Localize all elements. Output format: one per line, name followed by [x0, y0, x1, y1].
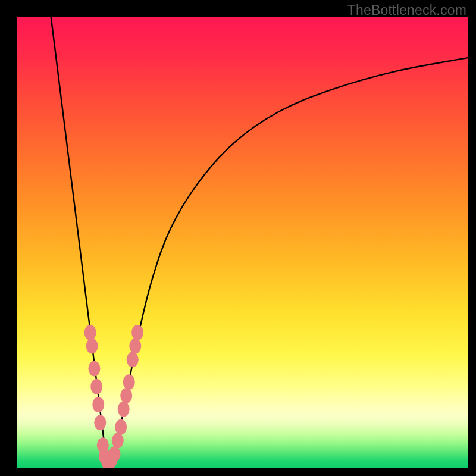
data-marker	[120, 388, 132, 403]
plot-area	[17, 17, 468, 468]
data-marker	[129, 339, 141, 354]
bottleneck-curve	[17, 17, 468, 468]
watermark-text: TheBottleneck.com	[347, 2, 466, 18]
data-marker	[131, 325, 143, 340]
data-marker	[92, 397, 104, 412]
data-marker	[118, 402, 130, 417]
data-marker	[88, 361, 100, 376]
chart-frame: TheBottleneck.com	[0, 0, 476, 476]
data-marker	[90, 379, 102, 394]
data-marker	[123, 374, 135, 390]
data-marker	[127, 352, 139, 367]
data-marker	[94, 415, 106, 430]
data-marker	[86, 339, 98, 354]
data-marker	[112, 433, 124, 449]
data-marker	[109, 446, 121, 462]
data-marker	[84, 325, 96, 340]
data-marker	[115, 419, 127, 435]
